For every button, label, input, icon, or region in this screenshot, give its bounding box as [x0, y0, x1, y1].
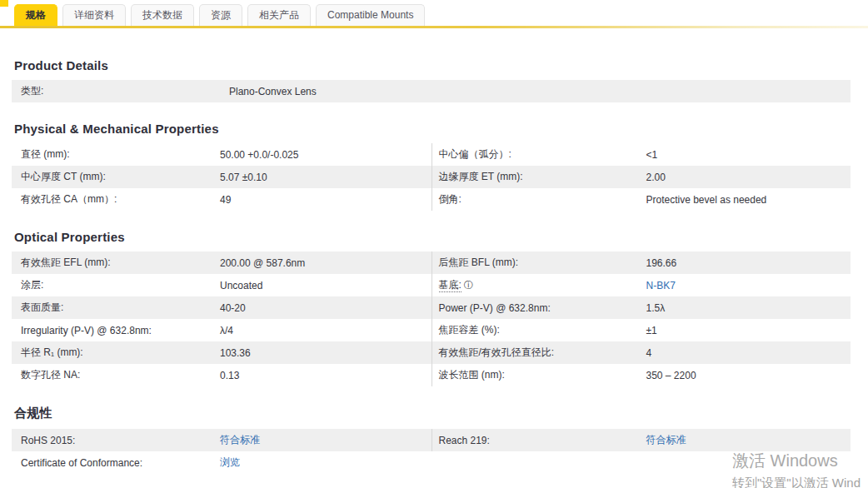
physical-table: 直径 (mm): 50.00 +0.0/-0.025 中心偏（弧分）: <1 中…: [12, 143, 851, 211]
spec-label: 涂层:: [12, 278, 220, 292]
spec-label: 类型:: [12, 84, 229, 98]
table-row: 类型: Plano-Convex Lens: [12, 80, 851, 102]
optical-table: 有效焦距 EFL (mm): 200.00 @ 587.6nm 后焦距 BFL …: [12, 251, 851, 386]
compliance-table: RoHS 2015: 符合标准 Reach 219: 符合标准 Certific…: [12, 429, 851, 474]
spec-label: 直径 (mm):: [12, 147, 220, 162]
table-row: 半径 R₁ (mm): 103.36 有效焦距/有效孔径直径比: 4: [12, 341, 851, 364]
table-row: 中心厚度 CT (mm): 5.07 ±0.10 边缘厚度 ET (mm): 2…: [12, 166, 851, 188]
spec-value: 2.00: [646, 172, 851, 183]
spec-value: 196.66: [646, 257, 851, 269]
spec-label: 倒角:: [432, 192, 646, 207]
spec-value: Protective bevel as needed: [646, 194, 851, 206]
spec-label: 数字孔径 NA:: [12, 368, 220, 382]
table-row: RoHS 2015: 符合标准 Reach 219: 符合标准: [12, 429, 851, 451]
spec-value: 200.00 @ 587.6nm: [220, 257, 432, 269]
watermark-line2: 转到"设置"以激活 Wind: [732, 476, 861, 488]
spec-content: Product Details 类型: Plano-Convex Lens Ph…: [0, 58, 851, 474]
rohs-compliant-link[interactable]: 符合标准: [220, 433, 432, 447]
product-details-table: 类型: Plano-Convex Lens: [12, 80, 851, 102]
tab-compatible-mounts[interactable]: Compatible Mounts: [316, 4, 425, 26]
table-row: 直径 (mm): 50.00 +0.0/-0.025 中心偏（弧分）: <1: [12, 143, 851, 166]
section-heading-optical: Optical Properties: [14, 230, 851, 244]
spec-label: 波长范围 (nm):: [432, 368, 646, 382]
spec-label: 中心偏（弧分）:: [432, 147, 646, 162]
spec-label: Certificate of Conformance:: [12, 457, 220, 469]
section-heading-physical: Physical & Mechanical Properties: [14, 122, 851, 136]
spec-label: 有效焦距 EFL (mm):: [12, 256, 220, 270]
spec-value: 49: [220, 194, 432, 206]
tab-specs[interactable]: 规格: [14, 4, 57, 26]
spec-label: 表面质量:: [12, 301, 220, 315]
tab-accent-underline: [0, 26, 868, 28]
spec-label-substrate: 基底:ⓘ: [432, 278, 646, 292]
table-row: 有效焦距 EFL (mm): 200.00 @ 587.6nm 后焦距 BFL …: [12, 251, 851, 274]
tab-bar: 规格 详细资料 技术数据 资源 相关产品 Compatible Mounts: [0, 0, 868, 26]
spec-label: 中心厚度 CT (mm):: [12, 170, 220, 184]
reach-compliant-link[interactable]: 符合标准: [646, 433, 851, 447]
table-row: 表面质量: 40-20 Power (P-V) @ 632.8nm: 1.5λ: [12, 296, 851, 319]
section-heading-product-details: Product Details: [14, 58, 851, 72]
spec-value: 1.5λ: [646, 302, 851, 314]
spec-value: 4: [646, 347, 851, 359]
table-row: 有效孔径 CA（mm）: 49 倒角: Protective bevel as …: [12, 188, 851, 211]
tab-related-products[interactable]: 相关产品: [247, 4, 311, 26]
spec-label: 焦距容差 (%):: [432, 323, 646, 337]
certificate-view-link[interactable]: 浏览: [220, 456, 432, 470]
spec-value: 103.36: [220, 347, 432, 359]
spec-label: Power (P-V) @ 632.8nm:: [432, 302, 646, 314]
corner-accent: [0, 0, 8, 7]
spec-value: 50.00 +0.0/-0.025: [220, 149, 432, 161]
info-icon[interactable]: ⓘ: [464, 280, 473, 290]
spec-label: 有效孔径 CA（mm）:: [12, 192, 220, 207]
substrate-link[interactable]: N-BK7: [646, 280, 851, 291]
spec-label: 有效焦距/有效孔径直径比:: [432, 346, 646, 360]
spec-value: 40-20: [220, 302, 432, 314]
spec-value: 0.13: [220, 370, 432, 381]
spec-value: ±1: [646, 325, 851, 336]
spec-label: 半径 R₁ (mm):: [12, 346, 220, 360]
tab-details[interactable]: 详细资料: [62, 4, 126, 26]
spec-value: 350 – 2200: [646, 370, 851, 381]
section-heading-compliance: 合规性: [14, 406, 851, 421]
spec-label: Irregularity (P-V) @ 632.8nm:: [12, 325, 220, 336]
spec-label: Reach 219:: [432, 435, 646, 446]
tab-technical-data[interactable]: 技术数据: [131, 4, 194, 26]
spec-label: 后焦距 BFL (mm):: [432, 256, 646, 270]
table-row: Irregularity (P-V) @ 632.8nm: λ/4 焦距容差 (…: [12, 319, 851, 341]
spec-value: 5.07 ±0.10: [220, 172, 432, 183]
table-row: 涂层: Uncoated 基底:ⓘ N-BK7: [12, 274, 851, 296]
tab-resources[interactable]: 资源: [199, 4, 242, 26]
spec-label: RoHS 2015:: [12, 435, 220, 446]
spec-value: λ/4: [220, 325, 432, 336]
spec-value: <1: [646, 149, 851, 161]
spec-value: Uncoated: [220, 280, 432, 291]
table-row: 数字孔径 NA: 0.13 波长范围 (nm): 350 – 2200: [12, 364, 851, 386]
table-row: Certificate of Conformance: 浏览: [12, 451, 851, 474]
spec-label: 边缘厚度 ET (mm):: [432, 170, 646, 184]
spec-value: Plano-Convex Lens: [229, 86, 851, 97]
